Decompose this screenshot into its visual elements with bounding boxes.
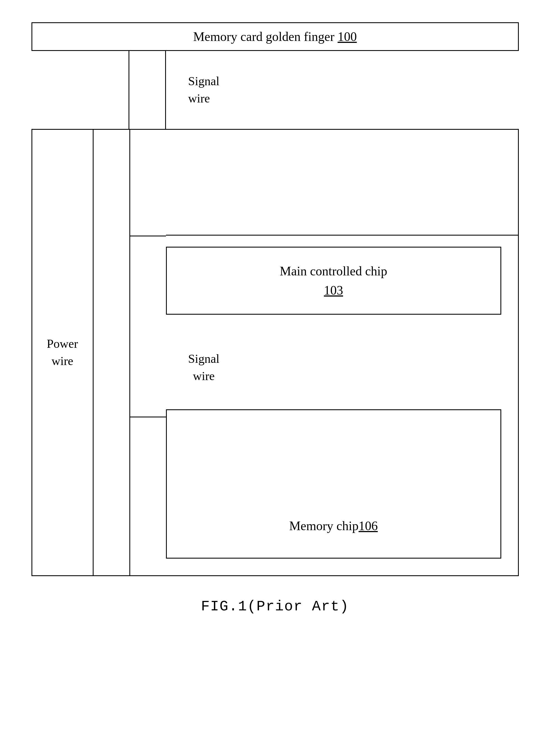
- inner-layout: Power wire Main controlled chip 103: [32, 130, 518, 575]
- signal-wire-top-section: [166, 130, 518, 236]
- signal-wire-top-label: Signal wire: [188, 73, 219, 107]
- main-chip-box: Main controlled chip 103: [166, 247, 501, 315]
- signal-wire-top-area: Signal wire: [165, 51, 519, 129]
- figure-caption-label: FIG.1(Prior Art): [201, 598, 349, 615]
- golden-finger-label: Memory card golden finger: [193, 30, 338, 44]
- bus-horizontal-upper: [130, 236, 166, 236]
- bus-horizontal-lower: [130, 417, 166, 417]
- diagram-container: Memory card golden finger 100 Signal wir…: [31, 22, 519, 615]
- signal-wire-middle-area: Signal wire: [166, 326, 518, 409]
- main-chip-label: Main controlled chip: [280, 264, 387, 278]
- memory-chip-number: 106: [359, 516, 378, 535]
- memory-chip-label: Memory chip: [289, 516, 358, 535]
- right-content-column: Main controlled chip 103 Signal wire Mem…: [166, 130, 518, 575]
- memory-chip-box: Memory chip 106: [166, 409, 501, 559]
- pre-middle-bus: [93, 51, 165, 129]
- golden-finger-box: Memory card golden finger 100: [31, 22, 519, 51]
- pre-middle-line: [128, 51, 129, 129]
- middle-bus-column: [94, 130, 166, 575]
- signal-wire-middle-label: Signal wire: [188, 350, 219, 385]
- power-wire-label: Power wire: [47, 335, 78, 370]
- outer-border: Power wire Main controlled chip 103: [31, 129, 519, 576]
- power-wire-column: Power wire: [32, 130, 94, 575]
- golden-finger-number: 100: [338, 30, 357, 44]
- pre-left-spacer: [31, 51, 93, 129]
- bus-vertical-line: [129, 130, 130, 575]
- pre-border-area: Signal wire: [31, 51, 519, 129]
- main-chip-number: 103: [324, 283, 343, 297]
- figure-caption: FIG.1(Prior Art): [201, 598, 349, 615]
